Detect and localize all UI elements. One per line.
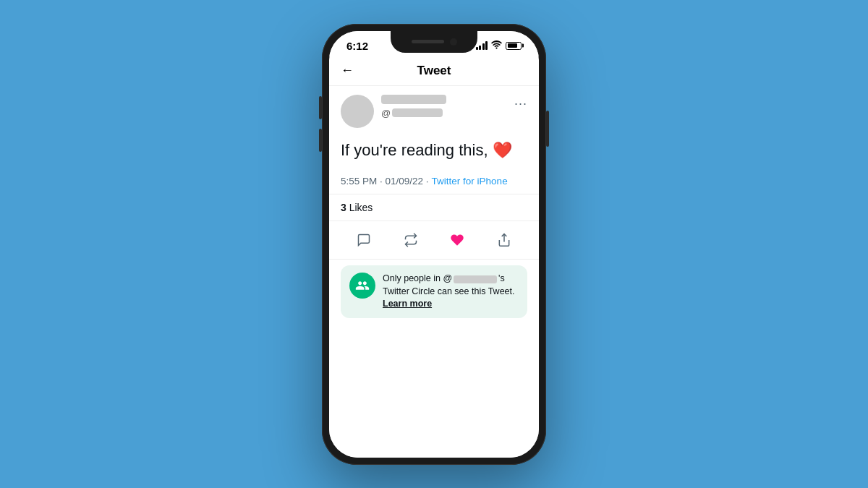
username-placeholder: [381, 95, 446, 104]
avatar: [341, 95, 374, 128]
tweet-nav-header: ← Tweet: [329, 56, 539, 86]
status-time: 6:12: [346, 40, 368, 52]
handle-row: @: [381, 108, 527, 119]
phone-frame: 6:12 ← Tweet: [322, 24, 546, 465]
back-button[interactable]: ←: [341, 63, 354, 78]
notch: [391, 31, 477, 53]
tweet-body: @ ··· If you're reading this, ❤️ 5:55 PM…: [329, 86, 539, 458]
handle-placeholder: [392, 108, 443, 117]
circle-icon: [349, 273, 375, 299]
volume-up-button: [319, 96, 322, 119]
likes-label: Likes: [349, 202, 373, 213]
share-button[interactable]: [491, 227, 517, 253]
battery-icon: [506, 42, 522, 50]
front-camera: [450, 38, 457, 46]
phone-screen: 6:12 ← Tweet: [329, 31, 539, 458]
tweet-actions: [329, 221, 539, 260]
tweet-stats: 3 Likes: [329, 194, 539, 221]
circle-handle-redacted: [454, 275, 497, 283]
handle-at-symbol: @: [381, 108, 391, 119]
circle-banner-text: Only people in @'s Twitter Circle can se…: [383, 273, 519, 311]
learn-more-link[interactable]: Learn more: [383, 299, 432, 309]
tweet-meta: 5:55 PM · 01/09/22 · Twitter for iPhone: [329, 170, 539, 194]
page-title: Tweet: [417, 64, 451, 78]
like-button[interactable]: [444, 227, 470, 253]
likes-count: 3: [341, 202, 346, 213]
wifi-icon: [491, 40, 502, 51]
power-button: [546, 111, 549, 147]
volume-down-button: [319, 129, 322, 152]
tweet-content: If you're reading this, ❤️: [329, 137, 539, 171]
speaker: [412, 40, 444, 43]
signal-icon: [476, 41, 488, 50]
tweet-source-link[interactable]: Twitter for iPhone: [432, 176, 508, 187]
tweet-timestamp: 5:55 PM · 01/09/22 ·: [341, 176, 429, 187]
tweet-user-row: @ ···: [329, 86, 539, 137]
more-options-button[interactable]: ···: [514, 96, 527, 111]
user-info: @: [381, 95, 527, 119]
reply-button[interactable]: [351, 227, 377, 253]
retweet-button[interactable]: [398, 227, 424, 253]
status-icons: [476, 40, 522, 51]
twitter-circle-banner: Only people in @'s Twitter Circle can se…: [341, 265, 527, 318]
